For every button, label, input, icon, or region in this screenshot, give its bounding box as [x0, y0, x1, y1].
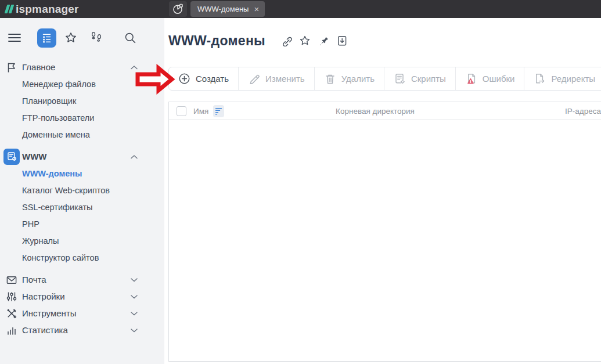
list-view-icon[interactable] [37, 28, 56, 48]
redirect-page-icon [534, 73, 546, 85]
sidebar-section-mail[interactable]: Почта [0, 271, 164, 288]
column-header-root-directory[interactable]: Корневая директория [336, 107, 415, 116]
chevron-down-icon[interactable] [130, 311, 138, 316]
scripts-button[interactable]: Скрипты [384, 67, 456, 90]
sidebar-item-web-scripts-catalog[interactable]: Каталог Web-скриптов [0, 182, 164, 199]
toolbar: Создать Изменить Удалить Скрипты Ошибки … [168, 67, 601, 91]
sidebar-section-statistics[interactable]: Статистика [0, 322, 164, 338]
sidebar-item-site-builder[interactable]: Конструктор сайтов [0, 249, 164, 266]
table-header: Имя Корневая директория IP-адреса [169, 102, 601, 120]
footprints-icon[interactable] [88, 31, 105, 45]
dashboard-button[interactable] [169, 1, 187, 17]
star-icon[interactable] [299, 35, 311, 46]
search-icon[interactable] [124, 31, 137, 45]
sidebar-item-domain-names[interactable]: Доменные имена [0, 126, 164, 143]
logo-slashes-icon [6, 5, 13, 13]
sidebar-item-scheduler[interactable]: Планировщик [0, 92, 164, 109]
plus-circle-icon [178, 73, 190, 85]
tab-www-domains[interactable]: WWW-домены × [190, 1, 265, 17]
sidebar-section-label: WWW [22, 152, 46, 161]
sidebar-item-ssl-certificates[interactable]: SSL-сертификаты [0, 199, 164, 215]
error-page-icon [465, 73, 477, 85]
pencil-icon [248, 73, 260, 85]
sidebar-item-ftp-users[interactable]: FTP-пользователи [0, 109, 164, 126]
topbar: ispmanager WWW-домены × [0, 0, 601, 18]
sidebar-section-glavnoe[interactable]: Главное [0, 59, 164, 75]
sidebar-item-journals[interactable]: Журналы [0, 232, 164, 249]
chevron-down-icon[interactable] [130, 277, 138, 282]
sort-icon[interactable] [213, 105, 224, 117]
chevron-down-icon[interactable] [130, 294, 138, 299]
sliders-icon [6, 291, 17, 302]
menu-icon[interactable] [8, 33, 21, 42]
column-header-ip-addresses[interactable]: IP-адреса [565, 107, 601, 116]
script-gear-icon [394, 73, 406, 85]
table-body-empty [169, 120, 601, 361]
trash-icon [324, 73, 336, 85]
chevron-down-icon[interactable] [130, 327, 138, 333]
www-gear-icon [3, 149, 20, 165]
sidebar-section-settings[interactable]: Настройки [0, 288, 164, 305]
chevron-up-icon[interactable] [130, 154, 138, 159]
app-logo[interactable]: ispmanager [0, 3, 79, 16]
sidebar: Главное Менеджер файлов Планировщик FTP-… [0, 18, 164, 364]
export-icon[interactable] [336, 35, 348, 46]
delete-button[interactable]: Удалить [315, 67, 384, 90]
bar-chart-icon [6, 325, 17, 336]
tab-label: WWW-домены [197, 5, 249, 13]
sidebar-section-tools[interactable]: Инструменты [0, 305, 164, 322]
domains-table: Имя Корневая директория IP-адреса [168, 102, 601, 362]
chevron-up-icon[interactable] [130, 64, 138, 70]
link-icon[interactable] [280, 35, 292, 46]
pin-icon[interactable] [318, 35, 329, 46]
pie-chart-icon [172, 3, 184, 15]
sidebar-item-php[interactable]: PHP [0, 215, 164, 232]
tab-close-icon[interactable]: × [254, 5, 259, 13]
logo-text: ispmanager [16, 3, 79, 16]
tools-icon [6, 308, 17, 319]
favorites-star-icon[interactable] [64, 31, 77, 44]
sidebar-section-label: Главное [22, 62, 55, 72]
create-button[interactable]: Создать [169, 67, 239, 90]
sidebar-icon-row [0, 18, 164, 54]
sidebar-nav: Главное Менеджер файлов Планировщик FTP-… [0, 54, 164, 338]
select-all-checkbox[interactable] [177, 106, 186, 116]
sidebar-item-file-manager[interactable]: Менеджер файлов [0, 75, 164, 92]
main-content: WWW-домены Создать Изменить [164, 18, 601, 364]
column-header-name[interactable]: Имя [193, 107, 208, 116]
redirects-button[interactable]: Редиректы [524, 67, 601, 90]
flag-icon [6, 62, 17, 73]
sidebar-section-www[interactable]: WWW [0, 148, 164, 165]
errors-button[interactable]: Ошибки [456, 67, 525, 90]
page-title: WWW-домены [168, 33, 265, 49]
mail-icon [6, 274, 17, 286]
edit-button[interactable]: Изменить [239, 67, 315, 90]
sidebar-item-www-domains[interactable]: WWW-домены [0, 165, 164, 182]
